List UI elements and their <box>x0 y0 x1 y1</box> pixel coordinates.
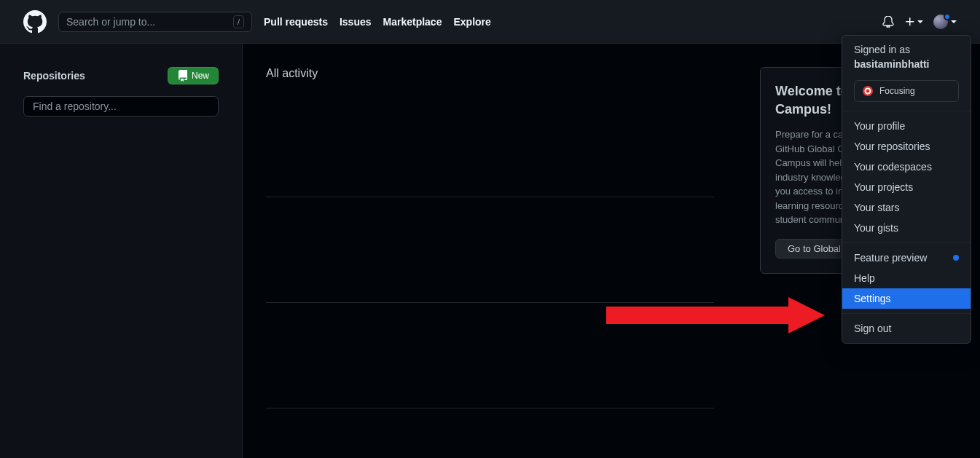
search-input[interactable] <box>66 16 233 28</box>
nav-pull-requests[interactable]: Pull requests <box>264 16 328 28</box>
nav-issues[interactable]: Issues <box>340 16 372 28</box>
dropdown-group-profile: Your profile Your repositories Your code… <box>842 111 971 242</box>
sidebar: Repositories New <box>0 44 243 458</box>
slash-hint: / <box>233 15 244 28</box>
new-btn-label: New <box>192 71 209 81</box>
menu-settings[interactable]: Settings <box>842 288 971 309</box>
repo-icon <box>177 70 189 82</box>
svg-point-2 <box>866 90 870 93</box>
github-logo-icon[interactable] <box>23 10 47 33</box>
menu-sign-out[interactable]: Sign out <box>842 318 971 339</box>
notification-dot <box>944 13 951 20</box>
menu-feature-preview[interactable]: Feature preview <box>842 248 971 268</box>
caret-down-icon <box>917 20 923 23</box>
menu-your-projects[interactable]: Your projects <box>842 177 971 197</box>
menu-your-repositories[interactable]: Your repositories <box>842 136 971 157</box>
dropdown-group-signout: Sign out <box>842 314 971 343</box>
nav-links: Pull requests Issues Marketplace Explore <box>264 16 491 28</box>
dropdown-header: Signed in as basitaminbhatti <box>842 36 971 74</box>
menu-help[interactable]: Help <box>842 268 971 288</box>
svg-marker-3 <box>606 297 825 333</box>
welcome-title-line2: Campus! <box>775 102 831 117</box>
new-repo-button[interactable]: New <box>168 67 219 84</box>
nav-marketplace[interactable]: Marketplace <box>383 16 442 28</box>
menu-your-codespaces[interactable]: Your codespaces <box>842 157 971 177</box>
username-label: basitaminbhatti <box>854 58 929 70</box>
menu-your-gists[interactable]: Your gists <box>842 218 971 238</box>
status-badge[interactable]: Focusing <box>854 80 959 102</box>
nav-explore[interactable]: Explore <box>453 16 490 28</box>
user-dropdown-menu: Signed in as basitaminbhatti Focusing Yo… <box>842 35 971 344</box>
annotation-arrow-icon <box>606 297 825 333</box>
feed-item <box>266 197 714 303</box>
caret-down-icon <box>951 20 957 23</box>
repositories-heading: Repositories <box>23 70 85 82</box>
feature-preview-label: Feature preview <box>854 252 927 264</box>
notifications-icon[interactable] <box>882 16 894 28</box>
signed-in-label: Signed in as <box>854 44 910 55</box>
dropdown-group-settings: Feature preview Help Settings <box>842 243 971 313</box>
feed-item <box>266 92 714 197</box>
feature-dot-icon <box>953 255 959 261</box>
sidebar-header: Repositories New <box>23 67 219 84</box>
repo-filter-input[interactable] <box>23 96 219 117</box>
user-menu-trigger[interactable] <box>933 15 957 29</box>
create-new-dropdown[interactable] <box>904 16 923 28</box>
search-box[interactable]: / <box>58 12 252 32</box>
target-icon <box>862 85 874 97</box>
header-right <box>882 15 957 29</box>
status-text: Focusing <box>879 86 915 96</box>
menu-your-stars[interactable]: Your stars <box>842 197 971 218</box>
main-header: / Pull requests Issues Marketplace Explo… <box>0 0 980 44</box>
menu-your-profile[interactable]: Your profile <box>842 116 971 136</box>
main-area: Repositories New All activity Welcome to… <box>0 44 980 458</box>
